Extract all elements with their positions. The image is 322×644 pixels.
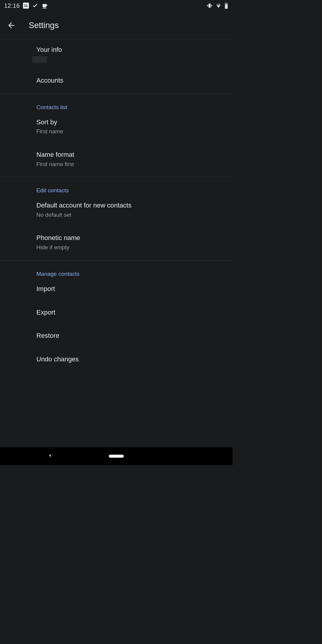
page-title: Settings	[29, 21, 59, 30]
list-item-your-info[interactable]: Your info	[0, 41, 233, 69]
wifi-icon	[215, 3, 222, 9]
item-title: Phonetic name	[36, 233, 227, 243]
item-title: Restore	[36, 331, 227, 340]
item-title: Import	[36, 284, 227, 294]
chevron-left-icon	[48, 453, 52, 458]
list-item-name-format[interactable]: Name format First name first	[0, 143, 233, 176]
item-title: Undo changes	[36, 355, 227, 364]
item-subtitle: Hide if empty	[36, 243, 227, 252]
section-header-manage-contacts: Manage contacts	[0, 262, 233, 277]
list-item-accounts[interactable]: Accounts	[0, 69, 233, 92]
list-item-sort-by[interactable]: Sort by First name	[0, 111, 233, 143]
item-title: Default account for new contacts	[36, 201, 227, 210]
status-right	[206, 2, 228, 9]
redacted-block	[32, 56, 47, 63]
status-time: 12:16	[4, 2, 20, 9]
arrow-back-icon	[7, 21, 16, 30]
app-bar: Settings	[0, 11, 233, 39]
list-item-phonetic-name[interactable]: Phonetic name Hide if empty	[0, 226, 233, 259]
checkmark-icon	[32, 2, 38, 9]
gesture-pill[interactable]	[109, 455, 124, 458]
coffee-icon	[41, 2, 48, 9]
list-item-restore[interactable]: Restore	[0, 324, 233, 348]
list-item-import[interactable]: Import	[0, 277, 233, 301]
section-header-edit-contacts: Edit contacts	[0, 178, 233, 194]
item-subtitle: First name first	[36, 160, 227, 169]
section-manage-contacts: Manage contacts Import Export Restore Un…	[0, 261, 233, 372]
item-title: Export	[36, 308, 227, 317]
settings-list: Your info Accounts Contacts list Sort by…	[0, 39, 233, 372]
calendar-icon: 31	[23, 3, 29, 9]
status-bar: 12:16 31	[0, 0, 233, 11]
list-item-export[interactable]: Export	[0, 301, 233, 324]
list-item-undo-changes[interactable]: Undo changes	[0, 348, 233, 371]
status-left: 12:16 31	[4, 2, 48, 9]
item-title: Sort by	[36, 118, 227, 127]
nav-back-caret[interactable]	[48, 453, 52, 459]
battery-icon	[224, 2, 228, 9]
vibrate-icon	[206, 3, 213, 9]
section-contacts-list: Contacts list Sort by First name Name fo…	[0, 94, 233, 177]
back-button[interactable]	[5, 19, 17, 31]
item-title: Your info	[36, 45, 227, 55]
item-title: Name format	[36, 150, 227, 160]
section-top: Your info Accounts	[0, 39, 233, 94]
navigation-bar	[0, 447, 233, 465]
item-subtitle: No default set	[36, 211, 227, 219]
item-subtitle: First name	[36, 127, 227, 136]
section-edit-contacts: Edit contacts Default account for new co…	[0, 177, 233, 261]
list-item-default-account[interactable]: Default account for new contacts No defa…	[0, 194, 233, 226]
item-title: Accounts	[36, 76, 227, 85]
section-header-contacts-list: Contacts list	[0, 95, 233, 111]
